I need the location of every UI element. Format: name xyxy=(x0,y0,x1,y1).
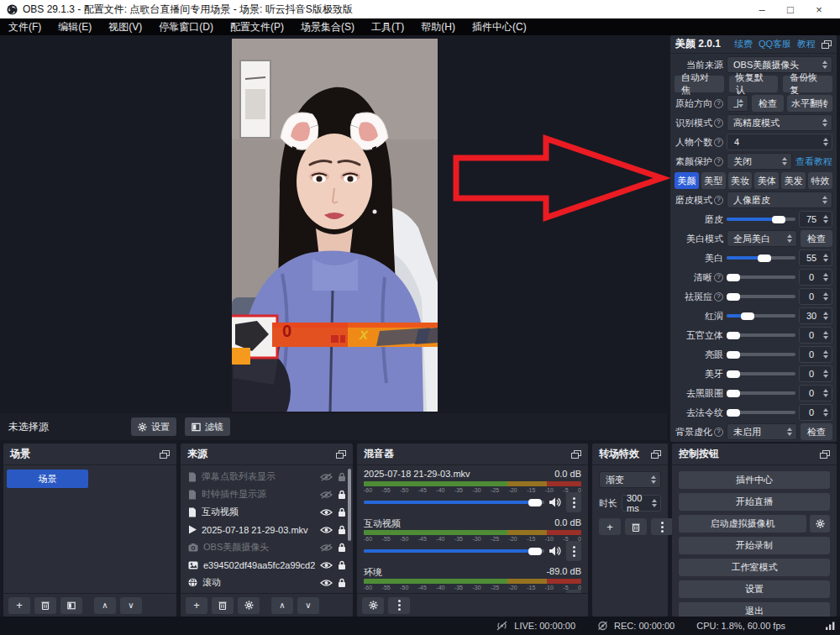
visibility-visible-icon[interactable] xyxy=(320,508,333,517)
menu-plugin-center[interactable]: 插件中心(C) xyxy=(464,18,535,35)
qq-support-link[interactable]: QQ客服 xyxy=(759,38,791,50)
volume-fader[interactable] xyxy=(364,495,544,510)
smooth-value-stepper[interactable]: 75 xyxy=(799,211,832,228)
visibility-visible-icon[interactable] xyxy=(320,526,333,534)
popout-icon[interactable] xyxy=(820,450,830,459)
blemish-slider[interactable] xyxy=(727,289,795,304)
view-tutorial-link[interactable]: 查看教程 xyxy=(795,155,832,168)
volume-fader[interactable] xyxy=(364,592,544,593)
rosy-slider[interactable] xyxy=(727,308,795,323)
duration-stepper[interactable]: 300 ms xyxy=(622,495,661,512)
tab-hair[interactable]: 美发 xyxy=(781,172,806,189)
source-row[interactable]: 2025-07-18 21-29-03.mkv xyxy=(181,521,353,538)
dark-circles-slider[interactable] xyxy=(727,386,795,401)
help-icon[interactable]: ? xyxy=(714,196,723,205)
lock-icon[interactable] xyxy=(338,472,346,482)
transition-menu-button[interactable] xyxy=(651,518,673,535)
add-transition-button[interactable]: + xyxy=(599,518,621,535)
help-icon[interactable]: ? xyxy=(714,292,723,302)
tab-effects[interactable]: 特效 xyxy=(808,172,832,189)
popout-icon[interactable] xyxy=(571,450,581,459)
whiten-mode-select[interactable]: 全局美白 xyxy=(727,230,797,247)
tab-beauty[interactable]: 美颜 xyxy=(675,172,699,189)
lock-icon[interactable] xyxy=(338,525,346,535)
maximize-button[interactable]: □ xyxy=(776,0,805,18)
source-filters-button[interactable]: 滤镜 xyxy=(185,417,230,436)
menu-file[interactable]: 文件(F) xyxy=(0,18,50,35)
popout-icon[interactable] xyxy=(336,450,346,459)
source-row[interactable]: OBS美颜摄像头 xyxy=(181,538,353,556)
menu-edit[interactable]: 编辑(E) xyxy=(50,18,100,35)
spinner-arrows-icon[interactable] xyxy=(823,408,828,417)
help-icon[interactable]: ? xyxy=(714,273,723,282)
channel-menu-button[interactable] xyxy=(566,541,581,561)
teeth-value-stepper[interactable]: 0 xyxy=(799,365,832,382)
backup-restore-button[interactable]: 备份恢复 xyxy=(783,76,832,92)
orientation-select[interactable]: 上 xyxy=(727,95,748,112)
speaker-icon[interactable] xyxy=(549,497,561,507)
studio-mode-button[interactable]: 工作室模式 xyxy=(679,559,830,576)
lock-icon[interactable] xyxy=(338,490,346,500)
add-source-button[interactable]: + xyxy=(186,597,207,614)
source-row[interactable]: 滚动 xyxy=(181,574,353,591)
add-scene-button[interactable]: + xyxy=(8,597,30,614)
popout-icon[interactable] xyxy=(822,40,832,49)
menu-help[interactable]: 帮助(H) xyxy=(412,18,464,35)
detect-mode-select[interactable]: 高精度模式 xyxy=(727,114,832,131)
source-properties-button[interactable] xyxy=(238,597,260,614)
speaker-icon[interactable] xyxy=(549,546,561,556)
whiten-value-stepper[interactable]: 55 xyxy=(799,249,832,266)
menu-view[interactable]: 视图(V) xyxy=(100,18,150,35)
nasolabial-value-stepper[interactable]: 0 xyxy=(799,404,832,421)
spinner-arrows-icon[interactable] xyxy=(652,499,657,507)
lock-icon[interactable] xyxy=(338,507,346,517)
teeth-slider[interactable] xyxy=(727,366,795,381)
remove-scene-button[interactable] xyxy=(34,597,56,614)
help-icon[interactable]: ? xyxy=(714,138,723,147)
help-icon[interactable]: ? xyxy=(714,118,723,128)
contour-slider[interactable] xyxy=(727,328,795,343)
remove-transition-button[interactable] xyxy=(625,518,647,535)
menu-profile[interactable]: 配置文件(P) xyxy=(222,18,292,35)
remove-source-button[interactable] xyxy=(212,597,234,614)
visibility-hidden-icon[interactable] xyxy=(320,543,333,552)
start-recording-button[interactable]: 开始录制 xyxy=(679,537,830,554)
smooth-slider[interactable] xyxy=(727,212,795,227)
popout-icon[interactable] xyxy=(160,450,170,459)
close-button[interactable]: × xyxy=(805,0,833,18)
contour-value-stepper[interactable]: 0 xyxy=(799,327,832,344)
autofocus-button[interactable]: 自动对焦 xyxy=(675,76,724,92)
spinner-arrows-icon[interactable] xyxy=(823,273,828,281)
bg-blur-select[interactable]: 未启用 xyxy=(727,423,797,440)
reset-default-button[interactable]: 恢复默认 xyxy=(729,76,779,92)
virtual-camera-settings-button[interactable] xyxy=(810,515,830,533)
renew-link[interactable]: 续费 xyxy=(734,38,753,50)
lock-icon[interactable] xyxy=(338,578,346,588)
menu-tools[interactable]: 工具(T) xyxy=(363,18,412,35)
spinner-arrows-icon[interactable] xyxy=(823,292,828,301)
scene-filters-button[interactable] xyxy=(60,597,82,614)
smooth-mode-select[interactable]: 人像磨皮 xyxy=(727,192,832,208)
orientation-check-button[interactable]: 检查 xyxy=(752,95,784,112)
settings-button[interactable]: 设置 xyxy=(679,580,830,598)
move-scene-down-button[interactable]: ∨ xyxy=(120,597,142,614)
help-icon[interactable]: ? xyxy=(714,99,723,108)
bg-blur-check-button[interactable]: 检查 xyxy=(801,423,832,440)
move-source-down-button[interactable]: ∨ xyxy=(297,597,319,614)
nasolabial-slider[interactable] xyxy=(727,405,795,420)
dark-circles-value-stepper[interactable]: 0 xyxy=(799,385,832,401)
current-source-select[interactable]: OBS美颜摄像头 xyxy=(727,56,832,73)
bright-eyes-slider[interactable] xyxy=(727,347,795,362)
tab-reshape[interactable]: 美型 xyxy=(701,172,726,189)
horizontal-flip-button[interactable]: 水平翻转 xyxy=(787,95,832,112)
whiten-slider[interactable] xyxy=(727,250,795,265)
spinner-arrows-icon[interactable] xyxy=(823,350,828,359)
plugin-center-button[interactable]: 插件中心 xyxy=(679,471,830,489)
rosy-value-stepper[interactable]: 30 xyxy=(799,307,832,324)
menu-scene-collection[interactable]: 场景集合(S) xyxy=(292,18,363,35)
minimize-button[interactable]: – xyxy=(748,0,776,18)
mixer-menu-button[interactable] xyxy=(388,597,410,614)
source-settings-button[interactable]: 设置 xyxy=(131,417,176,436)
source-row[interactable]: 弹幕点歌列表显示 xyxy=(181,468,353,485)
visibility-visible-icon[interactable] xyxy=(320,561,333,569)
